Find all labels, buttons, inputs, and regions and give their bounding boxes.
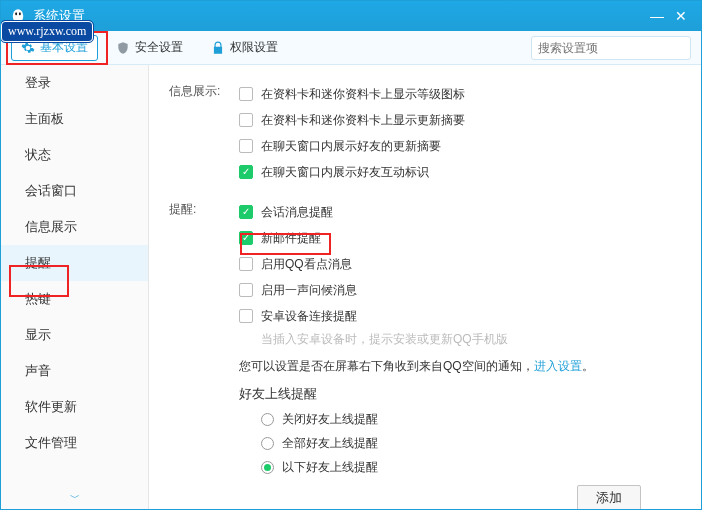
- option-update-summary-card[interactable]: 在资料卡和迷你资料卡上显示更新摘要: [239, 107, 681, 133]
- checkbox-icon: [239, 113, 253, 127]
- section-label: 信息展示:: [169, 81, 239, 185]
- sidebar-item-display[interactable]: 显示: [1, 317, 148, 353]
- settings-window: 系统设置 — ✕ www.rjzxw.com 基本设置 安全设置 权限设置 登录…: [0, 0, 702, 510]
- online-reminder-head: 好友上线提醒: [239, 385, 681, 403]
- window-title: 系统设置: [33, 7, 645, 25]
- checkbox-icon: [239, 283, 253, 297]
- option-label: 在资料卡和迷你资料卡上显示更新摘要: [261, 112, 465, 129]
- checkbox-icon: [239, 165, 253, 179]
- option-label: 启用QQ看点消息: [261, 256, 352, 273]
- sidebar: 登录 主面板 状态 会话窗口 信息展示 提醒 热键 显示 声音 软件更新 文件管…: [1, 65, 149, 509]
- sidebar-item-infodisplay[interactable]: 信息展示: [1, 209, 148, 245]
- minimize-button[interactable]: —: [645, 4, 669, 28]
- checkbox-icon: [239, 205, 253, 219]
- tab-security[interactable]: 安全设置: [106, 35, 193, 61]
- shield-icon: [116, 41, 130, 55]
- option-label: 新邮件提醒: [261, 230, 321, 247]
- option-label: 安卓设备连接提醒: [261, 308, 357, 325]
- watermark-text: www.rjzxw.com: [1, 21, 93, 42]
- radio-close-online[interactable]: 关闭好友上线提醒: [261, 407, 681, 431]
- search-box[interactable]: [531, 36, 691, 60]
- radio-all-online[interactable]: 全部好友上线提醒: [261, 431, 681, 455]
- sidebar-item-status[interactable]: 状态: [1, 137, 148, 173]
- checkbox-icon: [239, 231, 253, 245]
- checkbox-icon: [239, 309, 253, 323]
- option-label: 在聊天窗口内展示好友的更新摘要: [261, 138, 441, 155]
- sidebar-item-reminder[interactable]: 提醒: [1, 245, 148, 281]
- sidebar-item-mainpanel[interactable]: 主面板: [1, 101, 148, 137]
- radio-selected-online[interactable]: 以下好友上线提醒: [261, 455, 681, 479]
- tab-permission-label: 权限设置: [230, 39, 278, 56]
- sidebar-item-sound[interactable]: 声音: [1, 353, 148, 389]
- radio-label: 关闭好友上线提醒: [282, 411, 378, 428]
- watermark-overlay: www.rjzxw.com: [1, 21, 93, 42]
- option-label: 会话消息提醒: [261, 204, 333, 221]
- option-level-icon[interactable]: 在资料卡和迷你资料卡上显示等级图标: [239, 81, 681, 107]
- section-info-display: 信息展示: 在资料卡和迷你资料卡上显示等级图标 在资料卡和迷你资料卡上显示更新摘…: [169, 81, 681, 185]
- option-new-mail[interactable]: 新邮件提醒: [239, 225, 681, 251]
- option-android-connect[interactable]: 安卓设备连接提醒: [239, 303, 681, 329]
- svg-point-3: [19, 12, 21, 15]
- section-body: 会话消息提醒 新邮件提醒 启用QQ看点消息 启用一声问候消息 安卓设备连接提醒 …: [239, 199, 681, 509]
- section-label: 提醒:: [169, 199, 239, 509]
- add-button[interactable]: 添加: [577, 485, 641, 509]
- option-label: 在资料卡和迷你资料卡上显示等级图标: [261, 86, 465, 103]
- option-session-msg[interactable]: 会话消息提醒: [239, 199, 681, 225]
- titlebar: 系统设置 — ✕: [1, 1, 701, 31]
- radio-icon: [261, 461, 274, 474]
- online-reminder-options: 关闭好友上线提醒 全部好友上线提醒 以下好友上线提醒: [239, 407, 681, 479]
- radio-icon: [261, 413, 274, 426]
- qzone-settings-link[interactable]: 进入设置: [534, 359, 582, 373]
- search-input[interactable]: [538, 41, 688, 55]
- android-hint: 当插入安卓设备时，提示安装或更新QQ手机版: [239, 331, 681, 348]
- checkbox-icon: [239, 87, 253, 101]
- qzone-notice-row: 您可以设置是否在屏幕右下角收到来自QQ空间的通知，进入设置。: [239, 358, 681, 375]
- sidebar-item-update[interactable]: 软件更新: [1, 389, 148, 425]
- content: 信息展示: 在资料卡和迷你资料卡上显示等级图标 在资料卡和迷你资料卡上显示更新摘…: [149, 65, 701, 509]
- option-qq-kandian[interactable]: 启用QQ看点消息: [239, 251, 681, 277]
- sidebar-item-hotkey[interactable]: 热键: [1, 281, 148, 317]
- chevron-down-icon[interactable]: ﹀: [70, 491, 80, 505]
- radio-label: 全部好友上线提醒: [282, 435, 378, 452]
- section-reminder: 提醒: 会话消息提醒 新邮件提醒 启用QQ看点消息 启用一声问候消息 安卓设备连…: [169, 199, 681, 509]
- sidebar-item-files[interactable]: 文件管理: [1, 425, 148, 461]
- qzone-text: 您可以设置是否在屏幕右下角收到来自QQ空间的通知，: [239, 359, 534, 373]
- tab-security-label: 安全设置: [135, 39, 183, 56]
- section-body: 在资料卡和迷你资料卡上显示等级图标 在资料卡和迷你资料卡上显示更新摘要 在聊天窗…: [239, 81, 681, 185]
- toolbar: 基本设置 安全设置 权限设置: [1, 31, 701, 65]
- radio-label: 以下好友上线提醒: [282, 459, 378, 476]
- option-update-summary-chat[interactable]: 在聊天窗口内展示好友的更新摘要: [239, 133, 681, 159]
- close-button[interactable]: ✕: [669, 4, 693, 28]
- option-label: 在聊天窗口内展示好友互动标识: [261, 164, 429, 181]
- option-greeting-msg[interactable]: 启用一声问候消息: [239, 277, 681, 303]
- body: 登录 主面板 状态 会话窗口 信息展示 提醒 热键 显示 声音 软件更新 文件管…: [1, 65, 701, 509]
- svg-point-2: [15, 12, 17, 15]
- checkbox-icon: [239, 139, 253, 153]
- lock-icon: [211, 41, 225, 55]
- option-interact-badge[interactable]: 在聊天窗口内展示好友互动标识: [239, 159, 681, 185]
- tab-permission[interactable]: 权限设置: [201, 35, 288, 61]
- sidebar-item-login[interactable]: 登录: [1, 65, 148, 101]
- gear-icon: [21, 41, 35, 55]
- option-label: 启用一声问候消息: [261, 282, 357, 299]
- radio-icon: [261, 437, 274, 450]
- sidebar-item-session[interactable]: 会话窗口: [1, 173, 148, 209]
- add-button-row: 添加: [239, 479, 681, 509]
- qzone-period: 。: [582, 359, 594, 373]
- checkbox-icon: [239, 257, 253, 271]
